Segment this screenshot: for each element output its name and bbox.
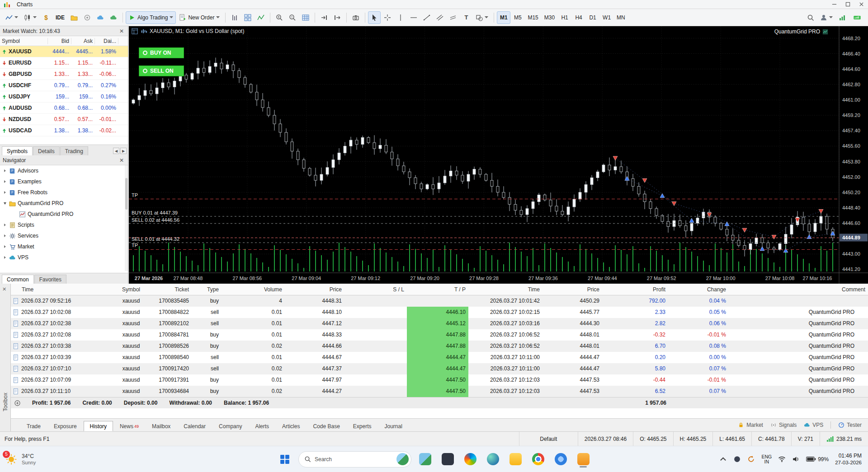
tree-item-free-robots[interactable]: Free Robots (0, 187, 128, 198)
market-watch-row[interactable]: EURUSD1.15...1.15...-0.11... (0, 57, 128, 69)
tab-trading[interactable]: Trading (60, 146, 88, 155)
expand-summary-icon[interactable] (14, 400, 20, 406)
battery-indicator[interactable]: 99% (806, 456, 829, 463)
open-data-folder-button[interactable] (68, 11, 80, 24)
tab-history[interactable]: History (84, 421, 113, 431)
close-icon[interactable]: ✕ (2, 286, 6, 292)
history-row[interactable]: 2026.03.27 10:02:08xauusd1700884781buy0.… (11, 329, 868, 341)
channel-tool-button[interactable] (434, 11, 446, 24)
history-column-4[interactable]: Volume (222, 284, 285, 295)
taskbar-edge-icon[interactable] (484, 450, 502, 468)
expand-icon[interactable] (3, 180, 7, 183)
new-order-button[interactable]: New Order (176, 11, 222, 24)
tree-item-market[interactable]: Market (0, 241, 128, 252)
expand-icon[interactable] (3, 223, 7, 227)
language-switcher[interactable]: ENG IN (761, 454, 772, 464)
maximize-button[interactable] (841, 0, 854, 9)
history-row[interactable]: 2026.03.27 10:02:08xauusd1700884822sell0… (11, 307, 868, 318)
history-row[interactable]: 2026.03.27 10:07:09xauusd1700917391buy0.… (11, 374, 868, 386)
taskbar-file-explorer-icon[interactable] (506, 450, 524, 468)
market-watch-row[interactable]: AUDUSD0.68...0.68...0.00% (0, 103, 128, 114)
tab-common[interactable]: Common (2, 275, 34, 284)
timeframe-h1[interactable]: H1 (558, 11, 571, 24)
history-column-9[interactable]: Price (542, 284, 602, 295)
chart-shift-button[interactable] (331, 11, 344, 24)
depth-of-market-button[interactable] (228, 11, 241, 24)
taskbar-widgets-icon[interactable] (416, 450, 434, 468)
account-button[interactable] (817, 11, 835, 24)
search-input[interactable]: Search (298, 451, 411, 467)
market-watch-row[interactable]: USDCHF0.79...0.79...0.27% (0, 80, 128, 91)
expand-icon[interactable] (3, 245, 7, 248)
tab-articles[interactable]: Articles (276, 421, 306, 431)
history-column-0[interactable]: Time (11, 284, 113, 295)
tree-item-examples[interactable]: Examples (0, 176, 128, 187)
history-column-5[interactable]: Price (285, 284, 344, 295)
tab-details[interactable]: Details (33, 146, 60, 155)
tab-exposure[interactable]: Exposure (47, 421, 83, 431)
scroll-right-icon[interactable]: ▶ (120, 148, 127, 154)
vertical-line-tool-button[interactable] (394, 11, 407, 24)
wifi-icon[interactable] (778, 455, 786, 463)
close-button[interactable] (854, 0, 868, 9)
market-watch-row[interactable]: GBPUSD1.33...1.33...-0.06... (0, 69, 128, 80)
taskbar-recall-icon[interactable] (439, 450, 457, 468)
expand-icon[interactable] (3, 191, 7, 194)
trendline-tool-button[interactable] (420, 11, 433, 24)
sync-icon[interactable] (747, 455, 755, 463)
equidistant-tool-button[interactable] (447, 11, 459, 24)
tab-news[interactable]: News49 (113, 421, 145, 431)
history-row[interactable]: 2026.03.27 09:52:16xauusd1700835485buy44… (11, 295, 868, 307)
history-column-3[interactable]: Type (192, 284, 222, 295)
onedrive-icon[interactable] (733, 455, 741, 463)
history-column-8[interactable]: Time (468, 284, 542, 295)
expand-icon[interactable] (3, 256, 7, 259)
tab-code-base[interactable]: Code Base (307, 421, 346, 431)
cloud-sync-button[interactable] (94, 11, 107, 24)
sell-on-button[interactable]: SELL ON (139, 65, 184, 76)
shortcut-signals[interactable]: Signals (770, 422, 797, 428)
indicators-button[interactable] (255, 11, 267, 24)
taskbar-photos-icon[interactable] (552, 450, 570, 468)
timeframe-m30[interactable]: M30 (542, 11, 557, 24)
taskbar-clock[interactable]: 01:46 PM 27-03-2026 (835, 453, 862, 466)
metaeditor-button[interactable] (81, 11, 94, 24)
market-watch-row[interactable]: NZDUSD0.57...0.57...-0.01... (0, 114, 128, 125)
cursor-tool-button[interactable] (368, 11, 381, 24)
history-row[interactable]: 2026.03.27 10:03:38xauusd1700898526buy0.… (11, 341, 868, 352)
tab-alerts[interactable]: Alerts (249, 421, 275, 431)
history-column-7[interactable]: T / P (407, 284, 468, 295)
column-header-bid[interactable]: Bid (48, 38, 71, 44)
shortcut-market[interactable]: Market (738, 422, 763, 428)
market-watch-row[interactable]: USDJPY159...159...0.16% (0, 91, 128, 103)
close-icon[interactable]: ✕ (118, 157, 125, 164)
collapse-icon[interactable] (3, 201, 7, 205)
volume-icon[interactable] (792, 455, 800, 463)
buy-on-button[interactable]: BUY ON (139, 47, 184, 58)
timeframe-h4[interactable]: H4 (572, 11, 585, 24)
history-column-11[interactable]: Change (668, 284, 729, 295)
market-watch-row[interactable]: XAUUSD4444...4445...1.58% (0, 46, 128, 57)
column-header-dai[interactable]: Dai... (95, 38, 118, 44)
history-column-2[interactable]: Ticket (149, 284, 192, 295)
chart-type-button[interactable] (3, 11, 21, 24)
navigator-scrollbar[interactable] (125, 165, 128, 271)
tree-item-advisors[interactable]: Advisors (0, 165, 128, 176)
text-tool-button[interactable]: T (460, 11, 472, 24)
zoom-in-button[interactable] (273, 11, 286, 24)
menu-charts[interactable]: Charts (13, 0, 40, 9)
history-column-10[interactable]: Profit (602, 284, 668, 295)
tree-item-quantumgrid-pro[interactable]: QuantumGrid PRO (0, 209, 128, 220)
tab-mailbox[interactable]: Mailbox (146, 421, 177, 431)
timeframe-w1[interactable]: W1 (600, 11, 613, 24)
tab-journal[interactable]: Journal (378, 421, 409, 431)
scroll-left-icon[interactable]: ◀ (113, 148, 119, 154)
timeframe-m1[interactable]: M1 (497, 11, 510, 24)
start-button[interactable] (276, 450, 294, 468)
expand-icon[interactable] (3, 169, 7, 173)
ide-button[interactable]: IDE (53, 11, 67, 24)
zoom-out-button[interactable] (286, 11, 299, 24)
history-row[interactable]: 2026.03.27 10:07:10xauusd1700917420sell0… (11, 363, 868, 374)
tree-item-vps[interactable]: VPS (0, 252, 128, 263)
shortcut-vps[interactable]: VPS (804, 422, 823, 428)
